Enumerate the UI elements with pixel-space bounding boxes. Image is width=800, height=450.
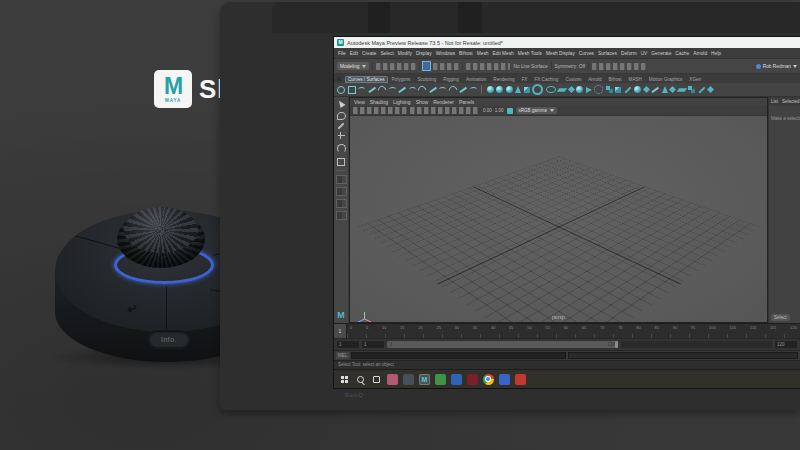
shelf-icon[interactable] <box>348 86 356 94</box>
shelf-tab[interactable]: Rigging <box>440 76 462 83</box>
shelf-icon[interactable] <box>358 87 365 92</box>
snap-toggle-icon[interactable] <box>423 62 430 70</box>
taskbar-icon[interactable] <box>355 374 366 385</box>
shelf-menu-icon[interactable] <box>337 77 341 81</box>
taskbar-icon[interactable] <box>483 374 494 385</box>
anim-start-field[interactable]: 1 <box>337 341 359 348</box>
shelf-tab[interactable]: Motion Graphics <box>646 76 685 83</box>
shelf-icon[interactable] <box>398 87 405 93</box>
shelf-tab[interactable]: Polygons <box>389 76 414 83</box>
shelf-tab[interactable]: FX <box>519 76 531 83</box>
shelf-tab[interactable]: XGen <box>686 76 704 83</box>
layout-button[interactable] <box>336 187 347 196</box>
shelf-icon[interactable] <box>676 88 687 92</box>
menu-item[interactable]: Create <box>362 51 376 56</box>
layout-button[interactable] <box>336 211 347 220</box>
shelf-icon[interactable] <box>532 84 543 95</box>
shelf-icon[interactable] <box>409 87 416 92</box>
shelf-icon[interactable] <box>624 86 631 93</box>
shelf-icon[interactable] <box>524 87 530 93</box>
menu-item[interactable]: Cache <box>675 51 689 56</box>
viewport-toolbar-icons[interactable] <box>353 107 407 114</box>
viewport-canvas[interactable]: persp <box>350 116 767 322</box>
shelf-icon[interactable] <box>337 86 345 94</box>
shelf-icon[interactable] <box>606 86 610 90</box>
maya-title-bar[interactable]: M Autodesk Maya Preview Release 73.5 - N… <box>334 37 800 48</box>
account-menu[interactable]: Rob Redman <box>756 64 797 69</box>
snap-icons[interactable] <box>433 63 459 70</box>
shelf-tab[interactable]: Curves / Surfaces <box>345 76 388 83</box>
tool-icon[interactable] <box>337 99 346 108</box>
tool-icon[interactable] <box>337 144 346 153</box>
shelf-icon[interactable] <box>567 86 574 93</box>
live-surface-field[interactable]: No Live Surface <box>513 64 547 69</box>
playback-end-field[interactable]: 120 <box>775 341 797 348</box>
menu-item[interactable]: Edit Mesh <box>492 51 513 56</box>
command-input[interactable] <box>351 352 566 359</box>
shelf-icon[interactable] <box>389 87 396 92</box>
menu-item[interactable]: Help <box>711 51 721 56</box>
shelf-icon[interactable] <box>515 86 521 93</box>
range-track[interactable] <box>621 341 772 348</box>
time-slider[interactable]: 1 05101520253035404550556065707580859095… <box>334 323 800 338</box>
symmetry-field[interactable]: Symmetry: Off <box>555 64 586 69</box>
shelf-icon[interactable] <box>698 86 705 93</box>
menu-item[interactable]: Surfaces <box>598 51 617 56</box>
exposure-value[interactable]: 0.00 <box>483 108 492 113</box>
taskbar-icon[interactable] <box>339 374 350 385</box>
shelf-icon[interactable] <box>447 84 458 95</box>
menu-item[interactable]: Modify <box>398 51 412 56</box>
shelf-tab[interactable]: MASH <box>626 76 645 83</box>
menu-item[interactable]: Mesh Tools <box>518 51 542 56</box>
select-button[interactable]: Select <box>771 314 790 321</box>
shelf-tab[interactable]: Animation <box>463 76 489 83</box>
menu-item[interactable]: Arnold <box>693 51 707 56</box>
menu-item[interactable]: Bifrost <box>459 51 473 56</box>
taskbar-icon[interactable] <box>435 374 446 385</box>
menu-item[interactable]: Windows <box>436 51 455 56</box>
panel-menu-item[interactable]: Lighting <box>393 99 411 105</box>
taskbar-icon[interactable] <box>499 374 510 385</box>
menu-item[interactable]: File <box>338 51 346 56</box>
shelf-tab[interactable]: Rendering <box>490 76 517 83</box>
menu-item[interactable]: Mesh Display <box>546 51 575 56</box>
shelf-icon[interactable] <box>459 87 466 93</box>
taskbar-icon[interactable] <box>451 374 462 385</box>
shelf-icon[interactable] <box>634 86 641 93</box>
list-menu[interactable]: List <box>771 99 778 104</box>
shelf-tab[interactable]: Bifrost <box>606 76 625 83</box>
current-frame-indicator[interactable]: 1 <box>334 324 347 338</box>
taskbar-icon[interactable] <box>387 374 398 385</box>
shelf-icon[interactable] <box>368 87 375 93</box>
shelf-icon[interactable] <box>557 88 568 92</box>
panel-menu-item[interactable]: Shading <box>370 99 388 105</box>
shelf-icon[interactable] <box>496 86 503 93</box>
viewport-toolbar-icons[interactable] <box>410 107 480 114</box>
shelf-icon[interactable] <box>707 86 714 93</box>
sidebar-toggle-icons[interactable] <box>592 63 646 70</box>
tool-icon[interactable] <box>337 122 344 129</box>
taskbar-icon[interactable] <box>371 374 382 385</box>
shelf-icon[interactable] <box>615 87 621 93</box>
menu-item[interactable]: Deform <box>621 51 637 56</box>
menu-item[interactable]: Display <box>416 51 432 56</box>
shelf-icon[interactable] <box>506 86 513 93</box>
shelf-icon[interactable] <box>429 87 436 93</box>
shelf-tab[interactable]: FX Caching <box>531 76 561 83</box>
range-handle[interactable] <box>615 341 618 348</box>
colorspace-dropdown[interactable]: sRGB gamma <box>516 107 557 114</box>
panel-menu-item[interactable]: Panels <box>459 99 474 105</box>
menu-item[interactable]: Curves <box>579 51 594 56</box>
shelf-icon[interactable] <box>416 84 427 95</box>
shelf-tab[interactable]: Custom <box>562 76 584 83</box>
shelf-tab[interactable]: Arnold <box>585 76 604 83</box>
shelf-icon[interactable] <box>576 86 583 93</box>
panel-menu-item[interactable]: Show <box>416 99 429 105</box>
gamma-value[interactable]: 1.00 <box>495 108 504 113</box>
taskbar-icon[interactable] <box>403 374 414 385</box>
menu-item[interactable]: UV <box>641 51 648 56</box>
menu-item[interactable]: Edit <box>350 51 358 56</box>
shelf-icon[interactable] <box>669 86 676 93</box>
tool-icon[interactable] <box>337 158 345 166</box>
menu-set-dropdown[interactable]: Modeling <box>337 62 369 70</box>
